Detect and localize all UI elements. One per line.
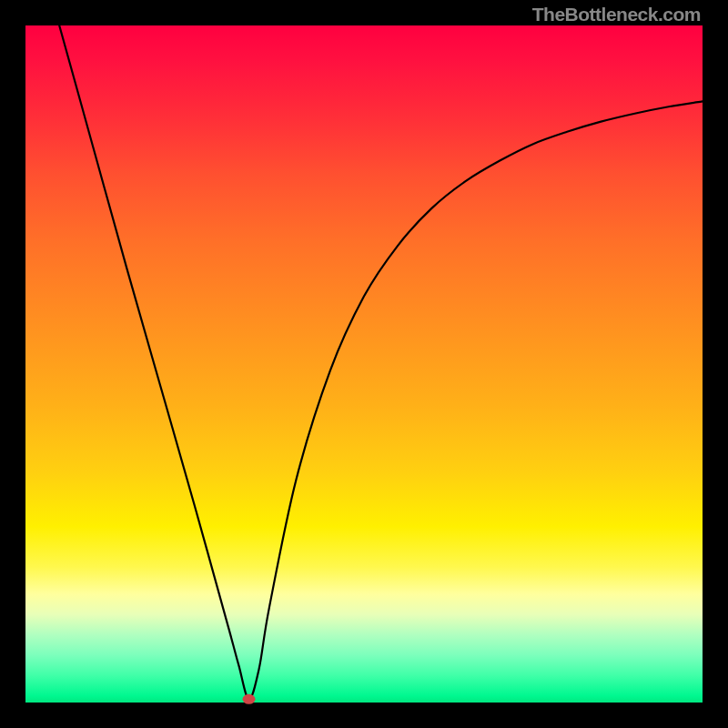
bottleneck-curve <box>59 25 703 699</box>
plot-area <box>25 25 703 703</box>
curve-svg <box>25 25 703 703</box>
watermark-text: TheBottleneck.com <box>532 4 701 25</box>
chart-frame: TheBottleneck.com <box>0 0 728 728</box>
optimal-point-marker <box>243 694 256 704</box>
